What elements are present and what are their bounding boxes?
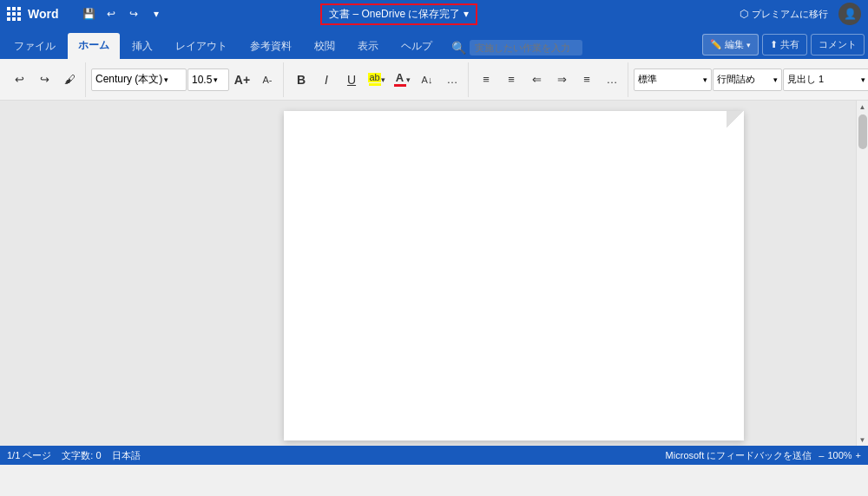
title-center: 文書 – OneDrive に保存完了 ▾ [320,3,477,25]
grow-font-button[interactable]: A+ [230,69,254,91]
highlight-indicator: ab [368,73,380,86]
size-dropdown-arrow: ▾ [214,75,218,84]
comment-button[interactable]: コメント [811,34,865,55]
premium-icon: ⬡ [740,8,748,20]
style-arrow: ▾ [703,75,707,84]
font-group: Century (本文) ▾ 10.5 ▾ A+ A- [88,62,284,97]
scroll-up-button[interactable]: ▲ [857,101,869,113]
status-right: Microsoft にフィードバックを送信 – 100% + [666,449,861,462]
zoom-in-button[interactable]: + [856,450,861,460]
font-family-selector[interactable]: Century (本文) ▾ [91,69,187,91]
bullets-button[interactable]: ≡ [474,69,498,91]
scroll-down-button[interactable]: ▼ [857,434,869,446]
font-size-label: 10.5 [192,74,212,86]
paragraph-group: ≡ ≡ ⇐ ⇒ ≡ … [470,62,628,97]
bold-button[interactable]: B [289,69,313,91]
zoom-out-button[interactable]: – [819,450,824,460]
scroll-thumb[interactable] [858,114,867,149]
font-dropdown-arrow: ▾ [164,75,168,84]
doc-title-box[interactable]: 文書 – OneDrive に保存完了 ▾ [320,3,477,25]
tab-review[interactable]: 校閲 [304,33,345,59]
format-group: B I U ab ▾ A ▾ A↓ … [286,62,469,97]
app-name: Word [28,7,59,21]
quick-access-toolbar: 💾 ↩ ↪ ▾ [78,0,167,28]
main-area: ▲ ▼ [0,101,868,446]
italic-button[interactable]: I [314,69,339,91]
font-color-indicator: A [394,72,406,87]
feedback-link[interactable]: Microsoft にフィードバックを送信 [666,449,812,462]
share-button[interactable]: ⬆ 共有 [762,34,807,55]
status-bar: 1/1 ページ 文字数: 0 日本語 Microsoft にフィードバックを送信… [0,446,868,465]
ribbon-tabs: ファイル ホーム 挿入 レイアウト 参考資料 校閲 表示 ヘルプ 🔍 ✏️ 編集… [0,28,868,59]
tab-file[interactable]: ファイル [3,33,66,59]
zoom-control[interactable]: – 100% + [819,450,861,460]
undo-button[interactable]: ↩ [101,3,122,24]
user-avatar[interactable]: 👤 [838,3,861,25]
doc-title-arrow: ▾ [464,8,469,20]
page-info: 1/1 ページ [7,449,51,462]
vertical-scrollbar[interactable]: ▲ ▼ [856,101,868,446]
save-button[interactable]: 💾 [78,3,99,24]
tab-help[interactable]: ヘルプ [391,33,443,59]
undo-redo-group: ↩ ↪ 🖌 [3,62,86,97]
font-size-selector[interactable]: 10.5 ▾ [187,69,229,91]
share-icon: ⬆ [770,39,778,50]
tab-references[interactable]: 参考資料 [240,33,302,59]
right-panel [830,101,856,446]
tab-view[interactable]: 表示 [347,33,389,59]
page-corner [727,111,744,128]
numbering-button[interactable]: ≡ [499,69,523,91]
line-spacing-selector[interactable]: 行間詰め ▾ [713,69,782,91]
ribbon-toolbar: ↩ ↪ 🖌 Century (本文) ▾ 10.5 ▾ A+ A- B I U … [0,59,868,101]
document-area[interactable] [198,101,830,446]
subscript-button[interactable]: A↓ [415,69,439,91]
outdent-button[interactable]: ⇐ [524,69,549,91]
tab-home[interactable]: ホーム [68,33,120,59]
app-grid-icon[interactable] [7,7,21,21]
redo-button[interactable]: ↪ [123,3,144,24]
shrink-font-button[interactable]: A- [255,69,279,91]
style-label: 標準 [638,73,657,86]
edit-button[interactable]: ✏️ 編集 ▾ [702,34,759,55]
zoom-level: 100% [827,450,852,460]
line-spacing-label: 行間詰め [717,73,755,86]
heading-label: 見出し 1 [787,73,824,86]
edit-chevron: ▾ [746,41,751,49]
font-color-button[interactable]: A ▾ [390,69,414,91]
style-selector[interactable]: 標準 ▾ [634,69,712,91]
word-count: 文字数: 0 [62,449,101,462]
more-format-button[interactable]: … [440,69,464,91]
edit-label: 編集 [725,38,744,51]
tab-layout[interactable]: レイアウト [165,33,238,59]
ribbon-tabs-right: ✏️ 編集 ▾ ⬆ 共有 コメント [702,34,865,59]
more-paragraph-button[interactable]: … [600,69,624,91]
redo-toolbar-button[interactable]: ↪ [32,69,56,91]
format-painter-button[interactable]: 🖌 [57,69,82,91]
align-button[interactable]: ≡ [575,69,599,91]
heading-selector[interactable]: 見出し 1 ▾ [783,69,868,91]
indent-button[interactable]: ⇒ [549,69,574,91]
premium-label: プレミアムに移行 [752,8,828,21]
language: 日本語 [112,449,141,462]
tab-insert[interactable]: 挿入 [122,33,163,59]
line-spacing-arrow: ▾ [773,75,778,84]
document-page[interactable] [284,111,744,441]
undo-toolbar-button[interactable]: ↩ [7,69,31,91]
styles-group: 標準 ▾ 行間詰め ▾ 見出し 1 ▾ [630,62,868,97]
doc-title-text: 文書 – OneDrive に保存完了 [329,7,460,22]
title-bar: Word 💾 ↩ ↪ ▾ 文書 – OneDrive に保存完了 ▾ ⬡ プレミ… [0,0,868,28]
underline-button[interactable]: U [339,69,364,91]
left-margin [0,101,198,446]
status-left: 1/1 ページ 文字数: 0 日本語 [7,449,141,462]
comment-label: コメント [819,39,857,49]
highlight-button[interactable]: ab ▾ [365,69,389,91]
font-name-label: Century (本文) [95,72,162,87]
title-bar-right: ⬡ プレミアムに移行 👤 [740,3,861,25]
edit-icon: ✏️ [710,39,722,50]
ribbon-search-input[interactable] [470,40,582,55]
title-bar-left: Word [7,7,59,21]
premium-button[interactable]: ⬡ プレミアムに移行 [740,8,828,21]
heading-arrow: ▾ [861,75,865,84]
customize-quick-access-button[interactable]: ▾ [146,3,167,24]
share-label: 共有 [780,38,799,51]
